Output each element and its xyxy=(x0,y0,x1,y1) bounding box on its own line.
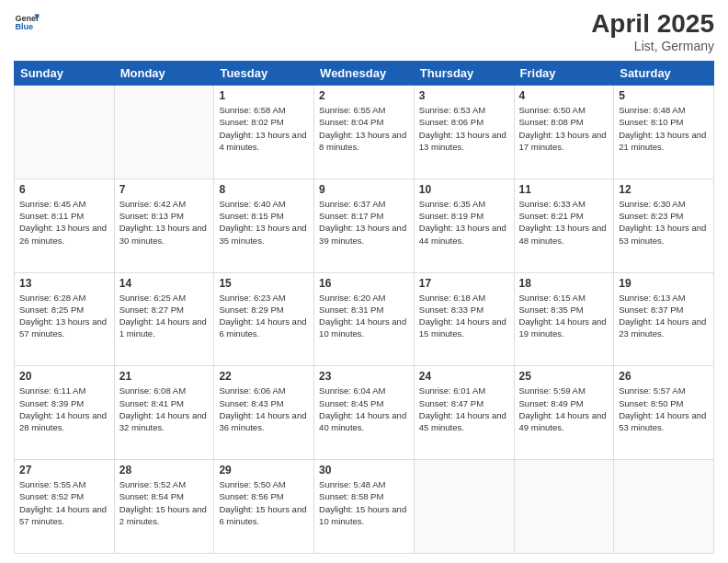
title-month: April 2025 xyxy=(591,9,714,39)
table-row: 6Sunrise: 6:45 AM Sunset: 8:11 PM Daylig… xyxy=(15,178,115,272)
table-row: 25Sunrise: 5:59 AM Sunset: 8:49 PM Dayli… xyxy=(514,366,614,460)
table-row: 12Sunrise: 6:30 AM Sunset: 8:23 PM Dayli… xyxy=(614,178,714,272)
day-detail: Sunrise: 5:52 AM Sunset: 8:54 PM Dayligh… xyxy=(119,478,210,527)
day-number: 28 xyxy=(119,464,210,477)
table-row: 10Sunrise: 6:35 AM Sunset: 8:19 PM Dayli… xyxy=(414,178,514,272)
day-detail: Sunrise: 6:04 AM Sunset: 8:45 PM Dayligh… xyxy=(319,385,409,433)
title-location: List, Germany xyxy=(591,39,714,53)
day-detail: Sunrise: 5:50 AM Sunset: 8:56 PM Dayligh… xyxy=(219,478,309,527)
table-row xyxy=(514,460,614,554)
day-number: 16 xyxy=(319,277,409,290)
header-friday: Friday xyxy=(514,62,614,86)
table-row: 4Sunrise: 6:50 AM Sunset: 8:08 PM Daylig… xyxy=(514,86,614,179)
table-row: 2Sunrise: 6:55 AM Sunset: 8:04 PM Daylig… xyxy=(314,86,415,179)
day-detail: Sunrise: 6:37 AM Sunset: 8:17 PM Dayligh… xyxy=(319,198,409,247)
table-row: 15Sunrise: 6:23 AM Sunset: 8:29 PM Dayli… xyxy=(214,272,314,366)
day-detail: Sunrise: 6:48 AM Sunset: 8:10 PM Dayligh… xyxy=(619,104,709,153)
header-sunday: Sunday xyxy=(15,62,115,86)
table-row: 13Sunrise: 6:28 AM Sunset: 8:25 PM Dayli… xyxy=(15,272,115,366)
calendar-week-4: 20Sunrise: 6:11 AM Sunset: 8:39 PM Dayli… xyxy=(15,366,714,460)
day-number: 9 xyxy=(319,183,409,196)
day-number: 22 xyxy=(219,370,309,383)
day-number: 1 xyxy=(219,89,309,102)
day-detail: Sunrise: 6:28 AM Sunset: 8:25 PM Dayligh… xyxy=(19,292,109,340)
day-detail: Sunrise: 6:30 AM Sunset: 8:23 PM Dayligh… xyxy=(619,198,709,247)
day-number: 18 xyxy=(519,277,609,290)
page: General Blue April 2025 List, Germany Su… xyxy=(0,0,728,563)
table-row: 19Sunrise: 6:13 AM Sunset: 8:37 PM Dayli… xyxy=(614,272,714,366)
day-detail: Sunrise: 5:55 AM Sunset: 8:52 PM Dayligh… xyxy=(19,478,109,527)
day-number: 12 xyxy=(619,183,709,196)
header-thursday: Thursday xyxy=(414,62,514,86)
table-row: 16Sunrise: 6:20 AM Sunset: 8:31 PM Dayli… xyxy=(314,272,415,366)
logo-icon: General Blue xyxy=(14,9,40,35)
table-row: 27Sunrise: 5:55 AM Sunset: 8:52 PM Dayli… xyxy=(15,460,115,554)
header-monday: Monday xyxy=(114,62,214,86)
day-detail: Sunrise: 6:08 AM Sunset: 8:41 PM Dayligh… xyxy=(119,385,210,433)
day-number: 21 xyxy=(119,370,210,383)
day-detail: Sunrise: 6:58 AM Sunset: 8:02 PM Dayligh… xyxy=(219,104,309,153)
title-block: April 2025 List, Germany xyxy=(591,9,714,53)
calendar-header-row: Sunday Monday Tuesday Wednesday Thursday… xyxy=(15,62,714,86)
table-row: 28Sunrise: 5:52 AM Sunset: 8:54 PM Dayli… xyxy=(114,460,214,554)
table-row: 21Sunrise: 6:08 AM Sunset: 8:41 PM Dayli… xyxy=(114,366,214,460)
svg-text:Blue: Blue xyxy=(15,22,33,31)
day-detail: Sunrise: 6:25 AM Sunset: 8:27 PM Dayligh… xyxy=(119,292,210,340)
day-number: 14 xyxy=(119,277,210,290)
calendar-week-3: 13Sunrise: 6:28 AM Sunset: 8:25 PM Dayli… xyxy=(15,272,714,366)
day-detail: Sunrise: 6:18 AM Sunset: 8:33 PM Dayligh… xyxy=(419,292,509,340)
table-row: 18Sunrise: 6:15 AM Sunset: 8:35 PM Dayli… xyxy=(514,272,614,366)
table-row: 11Sunrise: 6:33 AM Sunset: 8:21 PM Dayli… xyxy=(514,178,614,272)
day-number: 27 xyxy=(19,464,109,477)
day-number: 25 xyxy=(519,370,609,383)
day-detail: Sunrise: 6:42 AM Sunset: 8:13 PM Dayligh… xyxy=(119,198,210,247)
day-detail: Sunrise: 6:53 AM Sunset: 8:06 PM Dayligh… xyxy=(419,104,509,153)
table-row: 22Sunrise: 6:06 AM Sunset: 8:43 PM Dayli… xyxy=(214,366,314,460)
calendar-week-2: 6Sunrise: 6:45 AM Sunset: 8:11 PM Daylig… xyxy=(15,178,714,272)
table-row: 9Sunrise: 6:37 AM Sunset: 8:17 PM Daylig… xyxy=(314,178,415,272)
table-row: 30Sunrise: 5:48 AM Sunset: 8:58 PM Dayli… xyxy=(314,460,415,554)
calendar-table: Sunday Monday Tuesday Wednesday Thursday… xyxy=(14,61,714,554)
day-detail: Sunrise: 6:11 AM Sunset: 8:39 PM Dayligh… xyxy=(19,385,109,433)
table-row: 14Sunrise: 6:25 AM Sunset: 8:27 PM Dayli… xyxy=(114,272,214,366)
day-detail: Sunrise: 6:50 AM Sunset: 8:08 PM Dayligh… xyxy=(519,104,609,153)
day-detail: Sunrise: 6:33 AM Sunset: 8:21 PM Dayligh… xyxy=(519,198,609,247)
table-row: 26Sunrise: 5:57 AM Sunset: 8:50 PM Dayli… xyxy=(614,366,714,460)
header-saturday: Saturday xyxy=(614,62,714,86)
header-wednesday: Wednesday xyxy=(314,62,415,86)
day-number: 26 xyxy=(619,370,709,383)
day-number: 20 xyxy=(19,370,109,383)
day-number: 8 xyxy=(219,183,309,196)
day-number: 5 xyxy=(619,89,709,102)
day-number: 15 xyxy=(219,277,309,290)
day-detail: Sunrise: 6:15 AM Sunset: 8:35 PM Dayligh… xyxy=(519,292,609,340)
day-detail: Sunrise: 5:59 AM Sunset: 8:49 PM Dayligh… xyxy=(519,385,609,433)
table-row: 5Sunrise: 6:48 AM Sunset: 8:10 PM Daylig… xyxy=(614,86,714,179)
calendar-week-5: 27Sunrise: 5:55 AM Sunset: 8:52 PM Dayli… xyxy=(15,460,714,554)
table-row: 3Sunrise: 6:53 AM Sunset: 8:06 PM Daylig… xyxy=(414,86,514,179)
logo: General Blue xyxy=(14,9,40,35)
table-row: 1Sunrise: 6:58 AM Sunset: 8:02 PM Daylig… xyxy=(214,86,314,179)
table-row xyxy=(414,460,514,554)
table-row: 17Sunrise: 6:18 AM Sunset: 8:33 PM Dayli… xyxy=(414,272,514,366)
day-number: 24 xyxy=(419,370,509,383)
table-row: 7Sunrise: 6:42 AM Sunset: 8:13 PM Daylig… xyxy=(114,178,214,272)
day-number: 6 xyxy=(19,183,109,196)
table-row xyxy=(114,86,214,179)
table-row: 20Sunrise: 6:11 AM Sunset: 8:39 PM Dayli… xyxy=(15,366,115,460)
table-row xyxy=(614,460,714,554)
day-number: 11 xyxy=(519,183,609,196)
day-detail: Sunrise: 6:23 AM Sunset: 8:29 PM Dayligh… xyxy=(219,292,309,340)
day-number: 4 xyxy=(519,89,609,102)
day-number: 3 xyxy=(419,89,509,102)
day-number: 29 xyxy=(219,464,309,477)
day-number: 23 xyxy=(319,370,409,383)
day-detail: Sunrise: 6:35 AM Sunset: 8:19 PM Dayligh… xyxy=(419,198,509,247)
day-detail: Sunrise: 6:13 AM Sunset: 8:37 PM Dayligh… xyxy=(619,292,709,340)
day-number: 2 xyxy=(319,89,409,102)
day-detail: Sunrise: 5:48 AM Sunset: 8:58 PM Dayligh… xyxy=(319,478,409,527)
header-tuesday: Tuesday xyxy=(214,62,314,86)
table-row: 24Sunrise: 6:01 AM Sunset: 8:47 PM Dayli… xyxy=(414,366,514,460)
day-detail: Sunrise: 6:40 AM Sunset: 8:15 PM Dayligh… xyxy=(219,198,309,247)
header: General Blue April 2025 List, Germany xyxy=(14,9,714,53)
